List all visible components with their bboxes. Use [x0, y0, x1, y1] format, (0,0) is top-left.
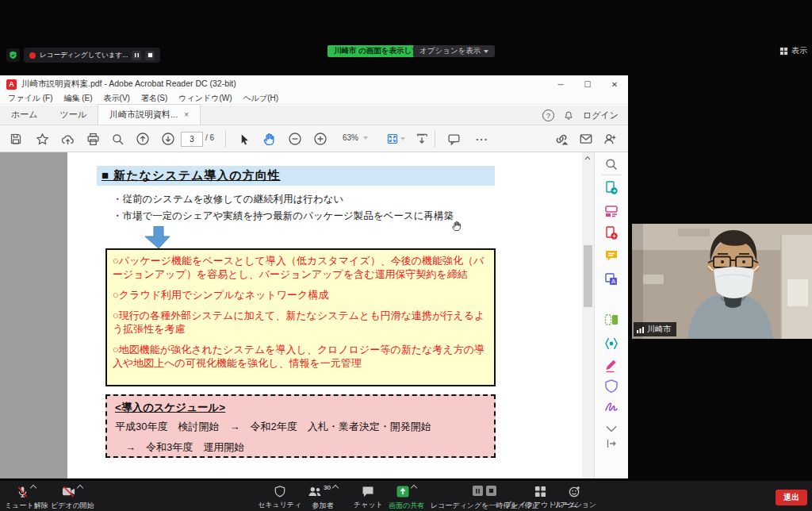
- protect-icon[interactable]: [603, 378, 620, 395]
- search-icon[interactable]: [108, 129, 127, 148]
- tab-tools[interactable]: ツール: [49, 105, 98, 125]
- tab-bar: ホーム ツール 川崎市説明資料... × ? ログイン: [0, 106, 628, 125]
- participants-button[interactable]: 30 参加者: [308, 486, 338, 511]
- reactions-button[interactable]: リアクション: [553, 486, 596, 510]
- minimize-button[interactable]: ─: [547, 75, 574, 93]
- tab-close-icon[interactable]: ×: [184, 110, 189, 119]
- zoom-level-select[interactable]: 63%: [343, 133, 368, 142]
- save-icon[interactable]: [6, 129, 25, 148]
- pdf-point-4: ○地図機能が強化されたシステムを導入し、クロノロジー等の新たな考え方の導入や地図…: [113, 343, 488, 370]
- hand-tool-icon[interactable]: [259, 129, 278, 148]
- participants-icon: [308, 486, 322, 498]
- login-button[interactable]: ログイン: [583, 110, 619, 121]
- certificates-icon[interactable]: [603, 398, 620, 416]
- zoom-in-icon[interactable]: [311, 129, 330, 148]
- toolbar: 3 / 6 63% ···: [0, 125, 628, 152]
- screen: レコーディングしています... 川崎市 の画面を表示しています オプションを表示…: [0, 0, 812, 511]
- tools-panel: A: [594, 152, 628, 478]
- tab-home[interactable]: ホーム: [0, 105, 49, 125]
- select-tool-icon[interactable]: [235, 129, 254, 148]
- menu-edit[interactable]: 編集 (E): [63, 93, 92, 104]
- shield-icon: [274, 486, 285, 498]
- email-icon[interactable]: [576, 129, 596, 148]
- export-pdf-icon[interactable]: [603, 179, 620, 197]
- stop-recording-icon[interactable]: [145, 51, 155, 60]
- pause-recording-icon[interactable]: [473, 486, 483, 496]
- more-tools-icon[interactable]: ···: [473, 129, 492, 148]
- share-options-button[interactable]: オプションを表示: [413, 45, 495, 57]
- page-down-icon[interactable]: [159, 129, 178, 148]
- create-pdf-icon[interactable]: [603, 225, 620, 242]
- scrollbar-thumb[interactable]: [584, 245, 592, 307]
- fill-sign-icon[interactable]: [603, 357, 620, 375]
- page-total: / 6: [205, 133, 214, 142]
- menu-window[interactable]: ウィンドウ(W): [178, 93, 232, 104]
- star-icon[interactable]: [33, 129, 52, 148]
- menu-sign[interactable]: 署名(S): [141, 93, 167, 104]
- security-button[interactable]: セキュリティ: [258, 486, 301, 510]
- share-screen-icon: [396, 486, 409, 498]
- video-options-chevron-icon[interactable]: [77, 485, 83, 491]
- close-button[interactable]: ✕: [601, 75, 628, 93]
- share-options-chevron-icon[interactable]: [411, 485, 417, 491]
- vertical-scrollbar[interactable]: [582, 152, 594, 478]
- video-off-icon: [62, 486, 75, 498]
- scroll-up-icon[interactable]: [584, 155, 591, 161]
- maximize-button[interactable]: ☐: [574, 75, 601, 93]
- comment-icon[interactable]: [444, 129, 463, 148]
- share-review-icon[interactable]: [58, 129, 77, 148]
- participant-video[interactable]: 川崎市: [632, 224, 812, 339]
- search-icon[interactable]: [603, 156, 620, 173]
- print-icon[interactable]: [83, 129, 102, 148]
- document-area: ■ 新たなシステム導入の方向性 ・従前のシステムを改修しての継続利用は行わない …: [0, 152, 582, 478]
- participants-chevron-icon[interactable]: [332, 485, 339, 491]
- pdf-page: ■ 新たなシステム導入の方向性 ・従前のシステムを改修しての継続利用は行わない …: [67, 152, 582, 478]
- notifications-bell-icon[interactable]: [564, 110, 573, 121]
- participant-name-label: 川崎市: [634, 322, 676, 336]
- svg-text:A: A: [611, 279, 615, 284]
- recording-label: レコーディングしています...: [40, 51, 128, 60]
- edit-pdf-icon[interactable]: [603, 202, 620, 220]
- menu-view[interactable]: 表示(V): [104, 93, 130, 104]
- help-icon[interactable]: ?: [542, 110, 554, 121]
- start-video-button[interactable]: ビデオの開始: [51, 486, 94, 511]
- zoom-out-icon[interactable]: [285, 129, 304, 148]
- person-add-icon[interactable]: [600, 129, 619, 148]
- leave-meeting-button[interactable]: 退出: [776, 490, 807, 505]
- view-button[interactable]: 表示: [779, 44, 807, 57]
- unmute-button[interactable]: ミュート解除: [5, 486, 48, 511]
- compress-pdf-icon[interactable]: [603, 335, 620, 352]
- comment-icon[interactable]: [603, 247, 620, 264]
- mic-options-chevron-icon[interactable]: [30, 485, 36, 491]
- combine-files-icon[interactable]: A: [603, 271, 620, 288]
- window-title-bar[interactable]: A 川崎市説明資料案.pdf - Adobe Acrobat Reader DC…: [0, 75, 628, 93]
- security-shield-icon[interactable]: [6, 48, 20, 62]
- collapse-panel-icon[interactable]: [603, 435, 620, 452]
- mouse-cursor: [450, 219, 462, 235]
- chat-icon: [362, 486, 374, 498]
- participants-count-badge: 30: [324, 484, 331, 491]
- fit-width-icon[interactable]: [412, 129, 431, 148]
- stop-recording-icon[interactable]: [486, 486, 496, 496]
- pdf-point-2: ○クラウド利用でシンプルなネットワーク構成: [113, 288, 488, 302]
- page-number-input[interactable]: 3: [181, 132, 203, 147]
- share-link-icon[interactable]: [552, 129, 571, 148]
- window-title: 川崎市説明資料案.pdf - Adobe Acrobat Reader DC (…: [21, 79, 236, 90]
- acrobat-window: A 川崎市説明資料案.pdf - Adobe Acrobat Reader DC…: [0, 75, 628, 478]
- page-up-icon[interactable]: [133, 129, 152, 148]
- share-screen-button[interactable]: 画面の共有: [389, 486, 424, 511]
- reaction-icon: [569, 486, 580, 498]
- organize-pages-icon[interactable]: [603, 311, 620, 328]
- chat-button[interactable]: チャット: [354, 486, 383, 510]
- recording-dot-icon: [29, 52, 36, 59]
- menu-help[interactable]: ヘルプ(H): [243, 93, 279, 104]
- fit-page-icon[interactable]: [386, 129, 405, 148]
- pdf-bullet-1: ・従前のシステムを改修しての継続利用は行わない: [113, 193, 343, 206]
- breakout-icon: [534, 486, 546, 498]
- menu-file[interactable]: ファイル (F): [8, 93, 52, 104]
- pdf-schedule-line-2: → 令和3年度 運用開始: [115, 440, 486, 455]
- pause-recording-icon[interactable]: [132, 51, 141, 60]
- pdf-point-1: ○パッケージ機能をベースとして導入（低カスタマイズ）、今後の機能強化（バージョン…: [113, 254, 488, 281]
- acrobat-logo-icon: A: [6, 79, 17, 90]
- tab-document[interactable]: 川崎市説明資料... ×: [98, 104, 201, 125]
